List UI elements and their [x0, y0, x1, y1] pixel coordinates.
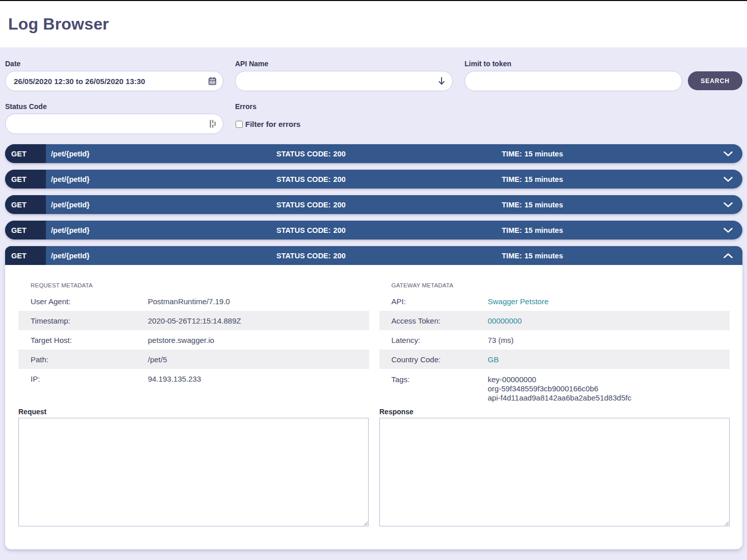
status-code-input[interactable] — [5, 114, 223, 134]
filters-row-2: Status Code Errors — [5, 102, 742, 134]
request-metadata-heading: REQUEST METADATA — [31, 282, 369, 289]
filter-errors-label: Filter for errors — [245, 120, 300, 128]
log-entry-row[interactable]: GET /pet/{petId} STATUS CODE:200 TIME:15… — [5, 246, 742, 265]
time-prefix: TIME: — [502, 150, 522, 158]
chevron-up-icon — [724, 253, 733, 258]
request-textarea[interactable] — [18, 418, 369, 526]
date-field-group: Date — [5, 60, 223, 91]
log-entry-row[interactable]: GET /pet/{petId} STATUS CODE:200 TIME:15… — [5, 195, 742, 214]
metadata-label: Tags: — [379, 375, 488, 384]
metadata-row: Target Host:petstore.swagger.io — [18, 330, 369, 350]
method-label: GET — [11, 150, 27, 158]
status-cell: STATUS CODE:200 — [271, 170, 497, 189]
metadata-value: 73 (ms) — [488, 336, 514, 344]
chevron-down-icon — [724, 202, 733, 207]
status-code-value: 200 — [333, 201, 346, 209]
metadata-value: 94.193.135.233 — [148, 375, 201, 383]
method-label: GET — [11, 175, 27, 183]
log-entry-row[interactable]: GET /pet/{petId} STATUS CODE:200 TIME:15… — [5, 144, 742, 163]
method-label: GET — [11, 252, 27, 260]
metadata-value-link[interactable]: Swagger Petstore — [488, 297, 549, 306]
time-prefix: TIME: — [502, 252, 522, 260]
date-input-wrap — [5, 71, 223, 91]
path-label: /pet/{petId} — [51, 150, 90, 158]
tag-line: org-59f348559f3cb9000166c0b6 — [488, 384, 632, 393]
log-detail-panel: REQUEST METADATA User Agent:PostmanRunti… — [5, 265, 742, 549]
method-badge: GET — [5, 195, 46, 214]
metadata-label: Country Code: — [379, 355, 488, 364]
log-entry-row[interactable]: GET /pet/{petId} STATUS CODE:200 TIME:15… — [5, 170, 742, 189]
status-cell: STATUS CODE:200 — [271, 144, 497, 163]
filters-row-1: Date — [5, 60, 742, 91]
path-label: /pet/{petId} — [51, 175, 90, 183]
filter-errors-row: Filter for errors — [235, 120, 453, 128]
metadata-label: Access Token: — [379, 316, 488, 325]
metadata-row: IP:94.193.135.233 — [18, 369, 369, 388]
filters-panel: Date — [0, 47, 747, 134]
path-label: /pet/{petId} — [51, 252, 90, 260]
errors-field-group: Errors Filter for errors — [235, 102, 453, 128]
response-label: Response — [379, 408, 730, 416]
method-label: GET — [11, 226, 27, 234]
metadata-row: Latency:73 (ms) — [379, 330, 730, 350]
method-label: GET — [11, 201, 27, 209]
method-badge: GET — [5, 221, 46, 239]
status-code-prefix: STATUS CODE: — [276, 150, 331, 158]
path-label: /pet/{petId} — [51, 201, 90, 209]
limit-token-label: Limit to token — [465, 60, 682, 68]
time-cell: TIME:15 minutes — [497, 170, 722, 189]
status-code-prefix: STATUS CODE: — [276, 226, 331, 234]
metadata-row: Path:/pet/5 — [18, 350, 369, 369]
date-label: Date — [5, 60, 223, 68]
path-cell: /pet/{petId} — [46, 221, 271, 239]
log-entry-row[interactable]: GET /pet/{petId} STATUS CODE:200 TIME:15… — [5, 221, 742, 239]
response-textarea[interactable] — [379, 418, 730, 526]
api-name-select[interactable] — [235, 71, 453, 91]
main-content: Date — [0, 47, 747, 549]
status-code-prefix: STATUS CODE: — [276, 252, 331, 260]
status-code-prefix: STATUS CODE: — [276, 175, 331, 183]
metadata-row: Tags:key-00000000org-59f348559f3cb900016… — [379, 369, 730, 407]
chevron-toggle[interactable] — [722, 144, 734, 163]
response-payload-section: Response — [379, 408, 730, 526]
metadata-value: /pet/5 — [148, 355, 167, 364]
status-cell: STATUS CODE:200 — [271, 221, 497, 239]
filter-errors-checkbox[interactable] — [236, 121, 243, 128]
app-header: Log Browser — [0, 1, 747, 47]
request-label: Request — [18, 408, 369, 416]
request-metadata-section: REQUEST METADATA User Agent:PostmanRunti… — [18, 282, 369, 407]
time-value: 15 minutes — [524, 252, 563, 260]
time-value: 15 minutes — [524, 150, 563, 158]
path-cell: /pet/{petId} — [46, 246, 271, 265]
arrow-down-icon[interactable] — [437, 77, 446, 86]
method-badge: GET — [5, 246, 46, 265]
metadata-value-link[interactable]: 00000000 — [488, 316, 522, 325]
time-cell: TIME:15 minutes — [497, 144, 722, 163]
metadata-label: IP: — [18, 375, 148, 383]
status-code-prefix: STATUS CODE: — [276, 201, 331, 209]
chevron-toggle[interactable] — [722, 195, 734, 214]
time-prefix: TIME: — [502, 175, 522, 183]
limit-token-input-wrap — [465, 71, 682, 91]
time-value: 15 minutes — [524, 201, 563, 209]
status-code-label: Status Code — [5, 102, 223, 111]
date-input[interactable] — [5, 71, 223, 91]
metadata-row: Country Code:GB — [379, 350, 730, 369]
calendar-icon[interactable] — [209, 77, 216, 85]
path-cell: /pet/{petId} — [46, 144, 271, 163]
time-value: 15 minutes — [524, 226, 563, 234]
chevron-toggle[interactable] — [722, 246, 734, 265]
metadata-label: API: — [379, 297, 488, 306]
chevron-toggle[interactable] — [722, 170, 734, 189]
request-metadata-table: User Agent:PostmanRuntime/7.19.0Timestam… — [18, 291, 369, 388]
metadata-label: Latency: — [379, 336, 488, 344]
metadata-value-link[interactable]: GB — [488, 355, 499, 364]
status-code-value: 200 — [333, 175, 346, 183]
limit-token-input[interactable] — [465, 71, 682, 91]
status-code-value: 200 — [333, 226, 346, 234]
path-label: /pet/{petId} — [51, 226, 90, 234]
errors-label: Errors — [235, 102, 453, 111]
metadata-value: 2020-05-26T12:15:14.889Z — [148, 316, 241, 325]
chevron-toggle[interactable] — [722, 221, 734, 239]
search-button[interactable]: SEARCH — [688, 71, 742, 90]
